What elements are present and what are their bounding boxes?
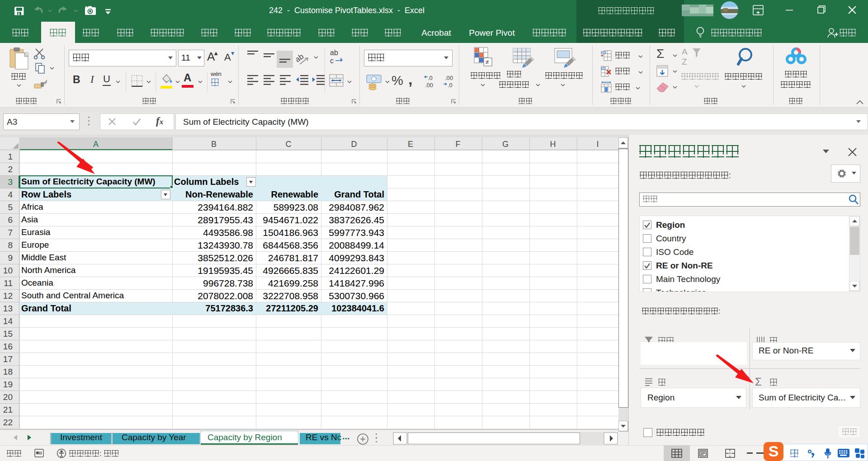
svg-text:.0: .0 (428, 75, 433, 81)
svg-text:c: c (330, 57, 334, 65)
svg-text:S: S (769, 442, 779, 460)
svg-text:A: A (682, 47, 688, 56)
svg-text:.00: .00 (445, 75, 453, 81)
svg-text:.0: .0 (448, 82, 453, 89)
svg-text:.00: .00 (425, 82, 433, 89)
svg-text:Z: Z (682, 57, 687, 66)
svg-text:≠: ≠ (486, 58, 489, 66)
svg-text:ab: ab (330, 49, 338, 56)
svg-text:ab: ab (296, 52, 305, 64)
